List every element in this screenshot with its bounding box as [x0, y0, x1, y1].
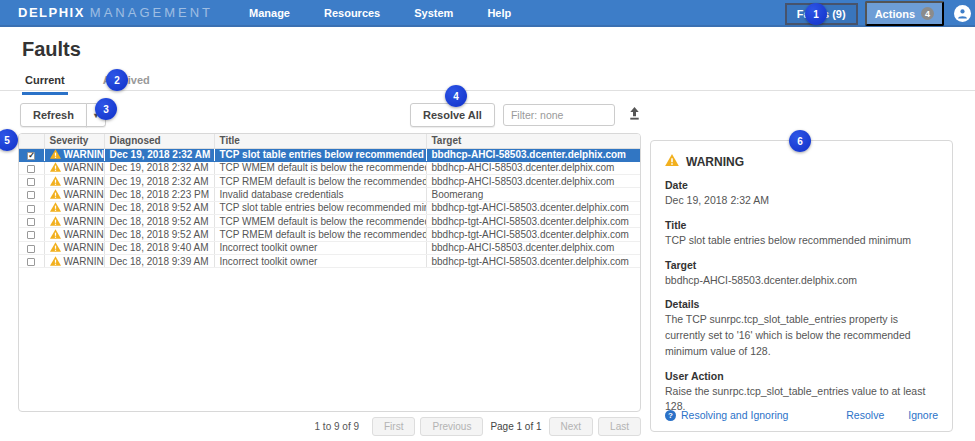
row-checkbox[interactable]	[27, 258, 35, 266]
table-row[interactable]: WARNING Dec 18, 2018 9:52 AM TCP WMEM de…	[19, 214, 640, 227]
title-cell: TCP RMEM default is below the recommende…	[214, 228, 426, 241]
row-checkbox-cell	[19, 148, 44, 161]
col-header-title[interactable]: Title	[214, 134, 426, 148]
severity-label: WARNING	[64, 189, 105, 200]
export-button[interactable]	[627, 106, 642, 124]
previous-page-button[interactable]: Previous	[420, 417, 483, 436]
brand-primary: DELPHIX	[18, 5, 85, 20]
severity-label: WARNING	[64, 149, 105, 160]
callout-4: 4	[445, 85, 467, 107]
row-checkbox-cell	[19, 175, 44, 188]
severity-cell: WARNING	[44, 214, 104, 227]
target-cell: bbdhcp-tgt-AHCI-58503.dcenter.delphix.co…	[426, 214, 640, 227]
detail-severity-label: WARNING	[686, 155, 744, 169]
row-checkbox[interactable]	[27, 178, 35, 186]
date-label: Date	[665, 179, 938, 191]
severity-label: WARNING	[64, 216, 105, 227]
next-page-button[interactable]: Next	[549, 417, 594, 436]
table-row[interactable]: WARNING Dec 18, 2018 9:52 AM TCP RMEM de…	[19, 228, 640, 241]
refresh-split-button: Refresh ▾	[20, 103, 106, 127]
table-row[interactable]: WARNING Dec 19, 2018 2:32 AM TCP slot ta…	[19, 148, 640, 161]
target-cell: bbdhcp-tgt-AHCI-58503.dcenter.delphix.co…	[426, 201, 640, 214]
detail-title-section: Title TCP slot table entries below recom…	[665, 219, 938, 249]
refresh-button[interactable]: Refresh	[20, 103, 87, 127]
detail-date-section: Date Dec 19, 2018 2:32 AM	[665, 179, 938, 209]
severity-cell: WARNING	[44, 254, 104, 267]
callout-5: 5	[0, 129, 18, 151]
page-indicator: Page 1 of 1	[490, 421, 541, 432]
severity-label: WARNING	[64, 256, 105, 267]
severity-label: WARNING	[64, 162, 105, 173]
row-checkbox[interactable]	[27, 152, 35, 160]
warning-icon	[50, 149, 61, 159]
table-row[interactable]: WARNING Dec 18, 2018 9:52 AM TCP slot ta…	[19, 201, 640, 214]
row-checkbox[interactable]	[27, 245, 35, 253]
nav-menu-item[interactable]: Resources	[324, 7, 380, 19]
target-value: bbdhcp-AHCI-58503.dcenter.delphix.com	[665, 273, 938, 289]
callout-2: 2	[106, 69, 128, 91]
title-label: Title	[665, 219, 938, 231]
diagnosed-cell: Dec 19, 2018 2:32 AM	[104, 148, 214, 161]
table-row[interactable]: WARNING Dec 18, 2018 2:23 PM Invalid dat…	[19, 188, 640, 201]
resolve-link[interactable]: Resolve	[846, 409, 884, 421]
col-header-severity[interactable]: Severity	[44, 134, 104, 148]
row-checkbox-cell	[19, 201, 44, 214]
warning-icon	[50, 189, 61, 199]
details-label: Details	[665, 298, 938, 310]
severity-cell: WARNING	[44, 228, 104, 241]
target-cell: bbdhcp-AHCI-58503.dcenter.delphix.com	[426, 161, 640, 174]
severity-cell: WARNING	[44, 175, 104, 188]
severity-label: WARNING	[64, 176, 105, 187]
detail-footer: ? Resolving and Ignoring Resolve Ignore	[665, 409, 938, 421]
row-checkbox[interactable]	[27, 218, 35, 226]
row-checkbox-cell	[19, 161, 44, 174]
col-header-diagnosed[interactable]: Diagnosed	[104, 134, 214, 148]
diagnosed-cell: Dec 19, 2018 2:32 AM	[104, 161, 214, 174]
severity-cell: WARNING	[44, 201, 104, 214]
filter-input[interactable]	[503, 104, 615, 126]
nav-menu-item[interactable]: Help	[487, 7, 511, 19]
row-checkbox[interactable]	[27, 191, 35, 199]
detail-details-section: Details The TCP sunrpc.tcp_slot_table_en…	[665, 298, 938, 359]
callout-1: 1	[805, 3, 827, 25]
row-checkbox-cell	[19, 241, 44, 254]
table-row[interactable]: WARNING Dec 18, 2018 9:40 AM Incorrect t…	[19, 241, 640, 254]
warning-icon	[50, 229, 61, 239]
table-row[interactable]: WARNING Dec 19, 2018 2:32 AM TCP WMEM de…	[19, 161, 640, 174]
help-icon: ?	[665, 410, 676, 421]
actions-button[interactable]: Actions 4	[865, 1, 944, 26]
fault-tabs: Current Archived	[22, 74, 153, 95]
select-all-header	[19, 134, 44, 148]
nav-menu-item[interactable]: Manage	[249, 7, 290, 19]
fault-detail-panel: WARNING Date Dec 19, 2018 2:32 AM Title …	[650, 140, 953, 432]
nav-menu-item[interactable]: System	[414, 7, 453, 19]
title-cell: Incorrect toolkit owner	[214, 241, 426, 254]
row-checkbox[interactable]	[27, 165, 35, 173]
table-row[interactable]: WARNING Dec 18, 2018 9:39 AM Incorrect t…	[19, 254, 640, 267]
user-profile-icon[interactable]	[954, 5, 971, 22]
title-cell: TCP WMEM default is below the recommende…	[214, 161, 426, 174]
warning-icon	[50, 202, 61, 212]
title-cell: TCP RMEM default is below the recommende…	[214, 175, 426, 188]
row-checkbox[interactable]	[27, 205, 35, 213]
tab-item[interactable]: Current	[22, 74, 68, 95]
severity-cell: WARNING	[44, 148, 104, 161]
actions-button-label: Actions	[875, 8, 915, 20]
resolving-ignoring-help-link[interactable]: ? Resolving and Ignoring	[665, 409, 788, 421]
title-value: TCP slot table entries below recommended…	[665, 233, 938, 249]
table-header-row: Severity Diagnosed Title Target	[19, 134, 640, 148]
ignore-link[interactable]: Ignore	[908, 409, 938, 421]
row-checkbox[interactable]	[27, 231, 35, 239]
details-value: The TCP sunrpc.tcp_slot_table_entries pr…	[665, 312, 938, 359]
row-checkbox-cell	[19, 254, 44, 267]
help-link-label: Resolving and Ignoring	[681, 409, 788, 421]
first-page-button[interactable]: First	[372, 417, 415, 436]
diagnosed-cell: Dec 19, 2018 2:32 AM	[104, 175, 214, 188]
main-nav: Manage Resources System Help	[249, 7, 511, 19]
table-row[interactable]: WARNING Dec 19, 2018 2:32 AM TCP RMEM de…	[19, 175, 640, 188]
last-page-button[interactable]: Last	[598, 417, 641, 436]
target-cell: bbdhcp-AHCI-58503.dcenter.delphix.com	[426, 241, 640, 254]
warning-icon	[50, 242, 61, 252]
detail-severity-header: WARNING	[665, 154, 938, 169]
col-header-target[interactable]: Target	[426, 134, 640, 148]
